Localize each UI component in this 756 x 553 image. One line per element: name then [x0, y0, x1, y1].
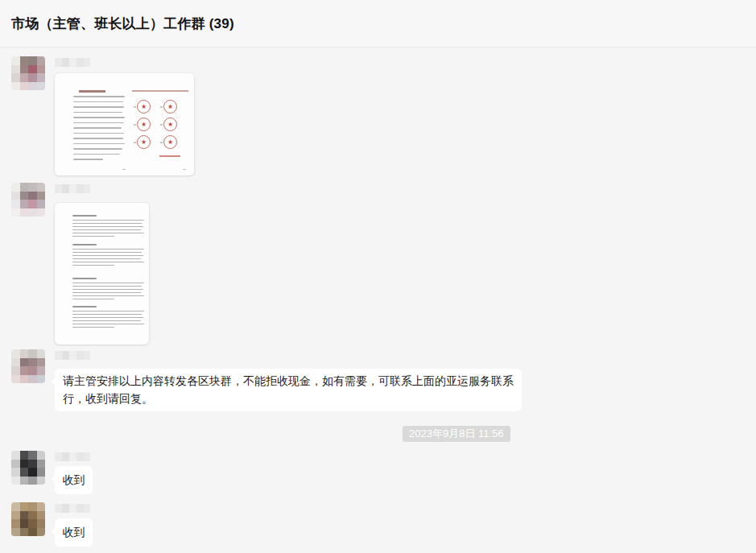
- document-section: [72, 278, 144, 302]
- sender-name-redacted: [55, 58, 90, 67]
- document-section: [72, 244, 144, 268]
- bubble-tail: [51, 475, 56, 483]
- message-text: 收到: [63, 526, 85, 539]
- message-text: 请主管安排以上内容转发各区块群，不能拒收现金，如有需要，可联系上面的亚运服务联系…: [63, 374, 514, 405]
- message-row: [0, 183, 756, 348]
- avatar[interactable]: [11, 451, 45, 485]
- seal-date-line: [159, 155, 180, 157]
- document-body-lines: [73, 96, 125, 164]
- sender-name-redacted: [55, 184, 90, 193]
- document-title-line: [79, 90, 105, 93]
- message-image-seals-document[interactable]: ★★★★★★: [55, 73, 194, 175]
- official-seals: ★★★★★★: [132, 100, 182, 149]
- document-section: [72, 215, 144, 239]
- document-section: [72, 306, 144, 330]
- document-header-line: [132, 90, 188, 92]
- sender-name-redacted: [55, 504, 90, 513]
- avatar[interactable]: [11, 502, 45, 536]
- avatar[interactable]: [11, 56, 45, 90]
- timestamp-badge: 2023年9月8日 11:56: [403, 426, 510, 442]
- page-number-mark: [183, 169, 186, 171]
- message-bubble[interactable]: 请主管安排以上内容转发各区块群，不能拒收现金，如有需要，可联系上面的亚运服务联系…: [55, 369, 522, 411]
- sender-name-redacted: [55, 351, 90, 360]
- chat-window: 市场（主管、班长以上）工作群 (39) ★★★★★★: [0, 0, 756, 553]
- chat-header: 市场（主管、班长以上）工作群 (39): [0, 0, 756, 47]
- message-image-text-document[interactable]: [55, 203, 149, 345]
- avatar[interactable]: [11, 349, 45, 383]
- message-row: 收到: [0, 451, 756, 496]
- message-row: 收到: [0, 502, 756, 547]
- message-text: 收到: [63, 473, 85, 486]
- group-chat-title: 市场（主管、班长以上）工作群 (39): [11, 14, 234, 33]
- page-number-mark: [122, 169, 126, 171]
- bubble-tail: [51, 378, 56, 386]
- message-bubble[interactable]: 收到: [55, 466, 93, 494]
- message-row: ★★★★★★: [0, 56, 756, 177]
- message-bubble[interactable]: 收到: [55, 518, 93, 547]
- message-row: 请主管安排以上内容转发各区块群，不能拒收现金，如有需要，可联系上面的亚运服务联系…: [0, 349, 756, 414]
- avatar[interactable]: [11, 183, 45, 217]
- sender-name-redacted: [55, 452, 90, 461]
- bubble-tail: [51, 527, 56, 535]
